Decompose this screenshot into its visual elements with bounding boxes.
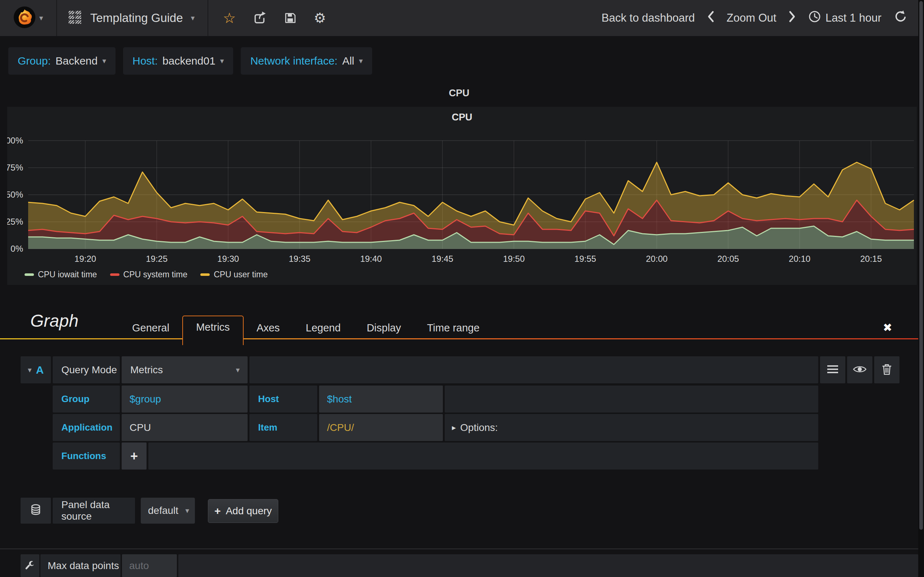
cpu-chart-svg[interactable]: 0%25%50%75%100%19:2019:2519:3019:3519:40… bbox=[7, 135, 917, 265]
top-navbar: ▾ Templating Guide ▾ ☆ bbox=[0, 0, 924, 36]
variable-label: Network interface: bbox=[250, 55, 338, 67]
tab-metrics[interactable]: Metrics bbox=[182, 316, 243, 345]
chevron-down-icon: ▾ bbox=[39, 14, 43, 23]
time-picker-button[interactable]: Last 1 hour bbox=[808, 10, 881, 26]
chevron-down-icon: ▾ bbox=[28, 366, 32, 374]
functions-label: Functions bbox=[53, 450, 106, 462]
svg-text:100%: 100% bbox=[7, 135, 23, 145]
query-menu-button[interactable] bbox=[820, 356, 845, 384]
svg-text:19:40: 19:40 bbox=[360, 254, 382, 264]
add-function-button[interactable]: + bbox=[122, 443, 147, 469]
legend-label: CPU system time bbox=[123, 270, 188, 279]
grafana-logo-icon bbox=[13, 6, 36, 30]
svg-text:25%: 25% bbox=[7, 217, 23, 226]
max-data-points-input[interactable] bbox=[122, 560, 174, 572]
application-label: Application bbox=[53, 422, 113, 433]
svg-text:20:10: 20:10 bbox=[789, 254, 810, 264]
dashboard-picker[interactable]: Templating Guide ▾ bbox=[57, 0, 208, 36]
variable-group-dropdown[interactable]: Group: Backend ▾ bbox=[8, 47, 115, 75]
chevron-down-icon: ▾ bbox=[359, 56, 363, 65]
svg-text:20:00: 20:00 bbox=[646, 254, 668, 264]
time-range-label: Last 1 hour bbox=[825, 11, 881, 24]
tab-display[interactable]: Display bbox=[354, 316, 414, 339]
chevron-down-icon: ▾ bbox=[185, 506, 195, 515]
share-icon[interactable] bbox=[252, 11, 267, 25]
svg-text:0%: 0% bbox=[10, 244, 23, 253]
gear-settings-icon[interactable]: ⚙ bbox=[313, 11, 326, 25]
zoom-out-button[interactable]: Zoom Out bbox=[727, 11, 776, 24]
add-query-label: Add query bbox=[226, 505, 272, 517]
datasource-value: default bbox=[141, 505, 178, 516]
group-input[interactable] bbox=[122, 393, 237, 405]
tab-axes[interactable]: Axes bbox=[244, 316, 293, 339]
functions-row-filler bbox=[149, 443, 818, 469]
host-label: Host bbox=[249, 393, 279, 405]
svg-text:19:35: 19:35 bbox=[289, 254, 310, 264]
datasource-dropdown[interactable]: default ▾ bbox=[141, 498, 195, 524]
host-label-cell: Host bbox=[249, 385, 317, 413]
max-data-points-label-cell: Max data points bbox=[40, 554, 121, 577]
panel-title[interactable]: CPU bbox=[7, 112, 917, 123]
application-input-cell bbox=[122, 414, 247, 441]
legend-item-user[interactable]: CPU user time bbox=[200, 270, 268, 279]
item-label: Item bbox=[249, 422, 277, 433]
tab-general[interactable]: General bbox=[119, 316, 182, 339]
query-mode-dropdown[interactable]: Metrics ▾ bbox=[122, 356, 247, 384]
grafana-menu-button[interactable]: ▾ bbox=[0, 0, 56, 36]
query-mode-label: Query Mode bbox=[53, 364, 117, 376]
panel-type-title: Graph bbox=[30, 311, 78, 331]
back-to-dashboard-button[interactable]: Back to dashboard bbox=[602, 11, 695, 24]
query-row-filler bbox=[249, 356, 818, 384]
legend-item-iowait[interactable]: CPU iowait time bbox=[24, 270, 97, 279]
query-mode-value: Metrics bbox=[122, 364, 163, 376]
scrollbar-track[interactable] bbox=[918, 0, 924, 577]
cpu-graph-panel: CPU 0%25%50%75%100%19:2019:2519:3019:351… bbox=[7, 107, 917, 285]
close-editor-icon[interactable]: ✖ bbox=[883, 321, 892, 334]
chevron-down-icon: ▾ bbox=[220, 56, 224, 65]
datasource-label: Panel data source bbox=[53, 499, 135, 522]
host-input[interactable] bbox=[319, 393, 433, 405]
application-input[interactable] bbox=[122, 422, 237, 434]
options-cell: ▸ Options: bbox=[445, 414, 818, 441]
group-input-cell bbox=[122, 385, 247, 413]
tab-time-range[interactable]: Time range bbox=[414, 316, 493, 339]
query-collapse-toggle[interactable]: ▾ A bbox=[21, 356, 51, 384]
time-shift-right-icon[interactable] bbox=[789, 10, 796, 26]
query-toggle-visibility-button[interactable] bbox=[847, 356, 872, 384]
legend-item-system[interactable]: CPU system time bbox=[110, 270, 188, 279]
star-favorite-icon[interactable]: ☆ bbox=[223, 11, 236, 25]
hamburger-menu-icon bbox=[827, 364, 838, 376]
query-delete-button[interactable] bbox=[874, 356, 900, 384]
refresh-icon[interactable] bbox=[894, 10, 908, 26]
host-input-cell bbox=[319, 385, 443, 413]
time-shift-left-icon[interactable] bbox=[707, 10, 714, 26]
options-toggle[interactable]: Options: bbox=[460, 422, 498, 434]
variable-netif-dropdown[interactable]: Network interface: All ▾ bbox=[241, 47, 372, 75]
database-icon bbox=[29, 503, 42, 518]
row-title: CPU bbox=[0, 88, 918, 99]
trash-icon bbox=[882, 363, 892, 377]
svg-text:75%: 75% bbox=[7, 163, 23, 172]
svg-text:20:15: 20:15 bbox=[860, 254, 882, 264]
legend-swatch-icon bbox=[110, 273, 120, 276]
variable-value: Backend bbox=[56, 55, 98, 67]
group-label-cell: Group bbox=[53, 385, 120, 413]
template-variable-row: Group: Backend ▾ Host: backend01 ▾ Netwo… bbox=[8, 47, 372, 75]
max-data-points-input-cell bbox=[122, 554, 177, 577]
variable-label: Group: bbox=[18, 55, 51, 67]
variable-value: All bbox=[342, 55, 354, 67]
save-icon[interactable] bbox=[283, 11, 297, 25]
add-query-button[interactable]: + Add query bbox=[208, 499, 278, 523]
variable-host-dropdown[interactable]: Host: backend01 ▾ bbox=[123, 47, 233, 75]
legend-swatch-icon bbox=[200, 273, 210, 276]
scrollbar-thumb[interactable] bbox=[919, 1, 923, 530]
query-ref-id: A bbox=[36, 364, 44, 376]
tab-legend[interactable]: Legend bbox=[293, 316, 354, 339]
settings-row-filler bbox=[178, 554, 918, 577]
item-input[interactable] bbox=[319, 422, 433, 434]
caret-right-icon: ▸ bbox=[445, 423, 456, 432]
chart-legend: CPU iowait time CPU system time CPU user… bbox=[24, 270, 268, 279]
item-input-cell bbox=[319, 414, 443, 441]
wrench-icon bbox=[25, 560, 35, 572]
application-label-cell: Application bbox=[53, 414, 120, 441]
